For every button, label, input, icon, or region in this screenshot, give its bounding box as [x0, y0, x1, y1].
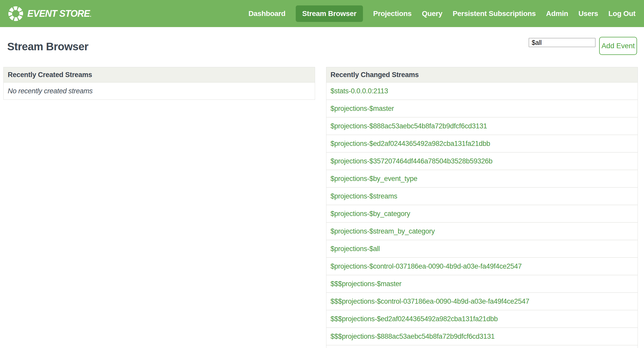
nav-item-log-out[interactable]: Log Out — [608, 5, 635, 22]
stream-link[interactable]: $$$projections-$master — [331, 280, 402, 288]
table-row: $$$projections-$master — [326, 275, 638, 293]
table-row: $projections-$stream_by_category — [326, 223, 638, 240]
nav-item-users[interactable]: Users — [578, 5, 598, 22]
stream-link[interactable]: $$$projections-$control-037186ea-0090-4b… — [331, 297, 529, 305]
stream-link[interactable]: $projections-$control-037186ea-0090-4b9d… — [331, 262, 522, 270]
stream-link[interactable]: $projections-$streams — [331, 192, 397, 200]
nav-item-dashboard[interactable]: Dashboard — [248, 5, 285, 22]
table-row: $projections-$357207464df446a78504b3528b… — [326, 153, 638, 170]
event-store-ring-icon — [8, 6, 24, 22]
recently-created-streams-panel: Recently Created Streams No recently cre… — [3, 67, 315, 100]
event-store-logo: EVENT STORE. — [8, 6, 91, 22]
top-header-bar: EVENT STORE. Dashboard Stream Browser Pr… — [0, 0, 644, 27]
table-row: $projections-$by_event_type — [326, 170, 638, 188]
table-row: $projections-$streams — [326, 188, 638, 205]
no-streams-message: No recently created streams — [8, 87, 93, 95]
stream-link[interactable]: $stats-0.0.0.0:2113 — [331, 87, 388, 95]
table-row: $projections-$master — [326, 100, 638, 118]
nav-item-persistent-subscriptions[interactable]: Persistent Subscriptions — [453, 5, 536, 22]
stream-link[interactable]: $projections-$ed2af0244365492a982cba131f… — [331, 140, 490, 147]
stream-link[interactable]: $projections-$by_event_type — [331, 175, 417, 183]
stream-link[interactable]: $projections-$master — [331, 105, 394, 112]
table-row: $projections-$all — [326, 240, 638, 258]
page-title: Stream Browser — [7, 40, 88, 53]
logo-wordmark: EVENT STORE. — [27, 8, 91, 19]
table-row: $stats-0.0.0.0:2113 — [326, 82, 638, 100]
nav-item-projections[interactable]: Projections — [373, 5, 412, 22]
stream-link[interactable]: $projections-$stream_by_category — [331, 227, 435, 235]
main-navigation: Dashboard Stream Browser Projections Que… — [248, 5, 635, 22]
stream-link[interactable]: $projections-$by_category — [331, 210, 410, 218]
recently-changed-streams-header: Recently Changed Streams — [326, 67, 638, 82]
table-row: $$$projections-$control-037186ea-0090-4b… — [326, 293, 638, 310]
nav-item-stream-browser[interactable]: Stream Browser — [296, 5, 363, 22]
table-row: $$$projections-$888ac53aebc54b8fa72b9dfc… — [326, 328, 638, 345]
table-row: $$$projections-$ed2af0244365492a982cba13… — [326, 310, 638, 328]
table-row: $$$projections-$357207464df446a78504b352… — [326, 345, 638, 348]
stream-panels: Recently Created Streams No recently cre… — [3, 67, 638, 348]
recently-changed-streams-panel: Recently Changed Streams $stats-0.0.0.0:… — [326, 67, 638, 348]
table-row: $projections-$888ac53aebc54b8fa72b9dfcf6… — [326, 118, 638, 135]
table-row: $projections-$by_category — [326, 205, 638, 223]
stream-link[interactable]: $projections-$all — [331, 245, 380, 253]
nav-item-query[interactable]: Query — [422, 5, 442, 22]
add-event-button[interactable]: Add Event — [599, 37, 637, 55]
empty-state-row: No recently created streams — [4, 82, 315, 100]
stream-link[interactable]: $projections-$357207464df446a78504b3528b… — [331, 157, 493, 165]
recently-created-streams-header: Recently Created Streams — [4, 67, 315, 82]
stream-name-input[interactable] — [529, 38, 596, 47]
table-row: $projections-$ed2af0244365492a982cba131f… — [326, 135, 638, 153]
stream-link[interactable]: $$$projections-$ed2af0244365492a982cba13… — [331, 315, 498, 323]
logo-trademark-dot: . — [90, 12, 91, 18]
logo-text: EVENT STORE — [27, 8, 90, 19]
stream-link[interactable]: $projections-$888ac53aebc54b8fa72b9dfcf6… — [331, 122, 487, 130]
table-row: $projections-$control-037186ea-0090-4b9d… — [326, 258, 638, 275]
nav-item-admin[interactable]: Admin — [546, 5, 568, 22]
stream-link[interactable]: $$$projections-$888ac53aebc54b8fa72b9dfc… — [331, 333, 495, 340]
